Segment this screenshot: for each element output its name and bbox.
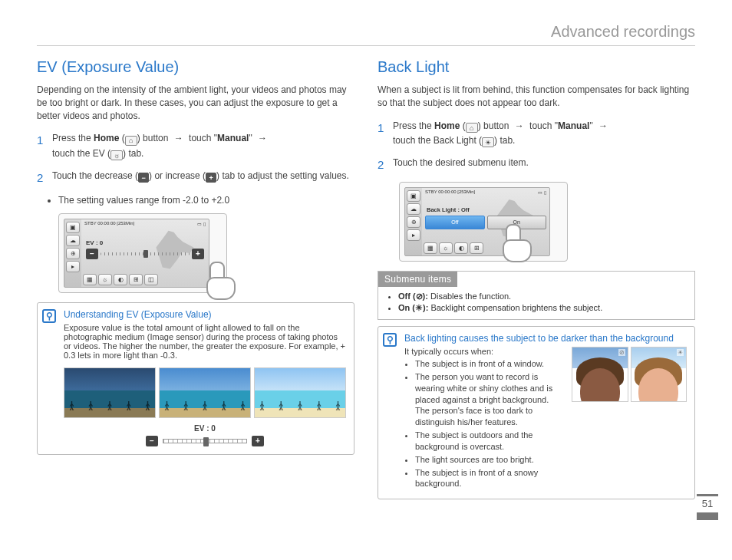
t: ): xyxy=(423,303,430,312)
t: Disables the function. xyxy=(430,292,511,301)
lcd-main: STBY 00:00:00 [253Min]▭ ▯ EV : 0 − + ▦ ☼ xyxy=(81,219,209,287)
step-body: Press the Home (⌂) button → touch "Manua… xyxy=(52,131,354,160)
t: touch " xyxy=(189,133,217,143)
info-list: The subject is in front of a window. The… xyxy=(415,358,564,489)
t: Touch the decrease ( xyxy=(52,170,138,181)
example-mid xyxy=(159,367,251,418)
t: ): xyxy=(423,292,430,301)
divider xyxy=(37,45,695,46)
ev-icon: ☼ xyxy=(110,150,123,160)
ev-screenshot: ▣ ☁ ⊕ ▸ STBY 00:00:00 [253Min]▭ ▯ EV : 0… xyxy=(58,213,227,293)
ev-readout: EV : 0 xyxy=(86,239,103,246)
backlight-intro: When a subject is lit from behind, this … xyxy=(378,84,695,110)
home-icon: ⌂ xyxy=(466,123,478,133)
page-number: 51 xyxy=(697,494,718,520)
list-item: The subject is outdoors and the backgrou… xyxy=(415,430,564,453)
ev-step-1: 1 Press the Home (⌂) button → touch "Man… xyxy=(37,131,354,160)
bl-screenshot: ▣ ☁ ⊕ ▸ STBY 00:00:00 [253Min]▭ ▯ Back L… xyxy=(399,182,568,262)
mode-icon: ▣ xyxy=(66,222,80,233)
tag-on-icon: ☀ xyxy=(677,349,684,356)
list-item: The person you want to record is wearing… xyxy=(415,371,564,428)
t: Backlight compensation brightens the sub… xyxy=(430,303,602,312)
magnifier-icon: ⚲ xyxy=(383,333,397,347)
submenu-heading: Submenu items xyxy=(378,272,457,287)
list-item: The subject is in front of a snowy backg… xyxy=(415,467,564,490)
t: touch " xyxy=(529,120,558,131)
ev-readout: EV : 0 xyxy=(194,424,216,433)
info-body: Exposure value is the total amount of li… xyxy=(64,323,346,360)
lcd-sidebar: ▣ ☁ ⊕ ▸ xyxy=(64,219,81,287)
play-icon: ▸ xyxy=(66,261,80,272)
on-icon: ☀ xyxy=(415,303,423,312)
t: button xyxy=(481,120,512,131)
info-title: Back lighting causes the subject to be d… xyxy=(404,333,687,344)
step-number: 1 xyxy=(378,119,393,148)
page: Advanced recordings EV (Exposure Value) … xyxy=(0,0,732,522)
columns: EV (Exposure Value) Depending on the int… xyxy=(37,58,695,499)
t: ) tab. xyxy=(123,148,143,159)
increase-button[interactable]: + xyxy=(252,436,264,446)
lcd: ▣ ☁ ⊕ ▸ STBY 00:00:00 [253Min]▭ ▯ EV : 0… xyxy=(64,219,209,288)
t: On ( xyxy=(398,303,415,312)
home-label: Home xyxy=(94,133,119,143)
bl-off-button[interactable]: Off xyxy=(425,216,485,229)
bl-step-2: 2 Touch the desired submenu item. xyxy=(378,156,695,174)
zoom-icon: ⊕ xyxy=(407,216,420,228)
lcd-sidebar: ▣ ☁ ⊕ ▸ xyxy=(405,188,422,255)
zoom-icon: ⊕ xyxy=(66,248,80,259)
stby-label: STBY 00:00:00 [253Min] xyxy=(84,221,134,226)
magnifier-icon: ⚲ xyxy=(42,309,56,323)
list-item: The subject is in front of a window. xyxy=(415,358,564,370)
ev-range-note: The setting values range from -2.0 to +2… xyxy=(58,195,354,206)
ev-examples xyxy=(64,367,346,418)
left-column: EV (Exposure Value) Depending on the int… xyxy=(37,58,354,499)
example-dark xyxy=(64,367,156,418)
portrait-dark: ⊘ xyxy=(572,347,628,402)
slider-track[interactable] xyxy=(101,252,190,255)
submenu-box: Submenu items Off (⊘): Disables the func… xyxy=(378,271,695,320)
ev-intro: Depending on the intensity of the ambien… xyxy=(37,84,354,122)
slider-thumb[interactable] xyxy=(143,250,148,258)
tag-off-icon: ⊘ xyxy=(618,349,625,356)
submenu-item-on: On (☀): Backlight compensation brightens… xyxy=(398,303,685,313)
info-title: Understanding EV (Exposure Value) xyxy=(64,309,346,320)
tab-icon: ⊞ xyxy=(470,242,483,254)
tab-icon: ☼ xyxy=(98,274,112,285)
lcd-statusbar: STBY 00:00:00 [253Min]▭ ▯ xyxy=(81,219,209,228)
lcd-statusbar: STBY 00:00:00 [253Min]▭ ▯ xyxy=(422,188,549,196)
tab-icon: ☼ xyxy=(439,242,453,254)
slider-track[interactable] xyxy=(163,439,247,443)
ev-step-2: 2 Touch the decrease (−) or increase (+)… xyxy=(37,169,354,187)
t: " xyxy=(589,120,595,131)
tab-icon: ◐ xyxy=(454,242,468,254)
minus-icon: − xyxy=(138,173,149,183)
increase-button[interactable]: + xyxy=(192,249,204,259)
bl-info-box: ⚲ Back lighting causes the subject to be… xyxy=(378,326,695,499)
t: touch the Back Light ( xyxy=(393,135,482,146)
home-icon: ⌂ xyxy=(125,136,137,146)
arrow-icon: → xyxy=(515,120,524,131)
wb-icon: ☁ xyxy=(66,235,80,246)
t: Off ( xyxy=(398,292,416,301)
play-icon: ▸ xyxy=(407,229,420,241)
hand-pointer-icon xyxy=(203,260,242,301)
home-label: Home xyxy=(434,120,460,131)
ev-slider-example: EV : 0 − + xyxy=(64,424,346,446)
tab-icon: ▦ xyxy=(83,274,97,285)
slider-thumb[interactable] xyxy=(203,437,209,446)
bl-examples: ⊘ ☀ xyxy=(572,347,687,402)
hand-pointer-icon xyxy=(500,222,538,264)
tab-icon: ▦ xyxy=(424,242,437,254)
lcd-bottombar: ▦ ☼ ◐ ⊞ ◫ xyxy=(83,274,207,285)
portrait-light: ☀ xyxy=(631,347,687,402)
step-number: 2 xyxy=(378,156,393,174)
decrease-button[interactable]: − xyxy=(146,436,158,446)
step-number: 1 xyxy=(37,131,52,160)
plus-icon: + xyxy=(206,173,216,183)
t: ) or increase ( xyxy=(149,170,206,181)
wb-icon: ☁ xyxy=(407,203,420,215)
decrease-button[interactable]: − xyxy=(86,249,98,259)
example-light xyxy=(254,367,346,418)
battery-icon: ▭ ▯ xyxy=(197,221,206,226)
mode-icon: ▣ xyxy=(407,190,420,202)
